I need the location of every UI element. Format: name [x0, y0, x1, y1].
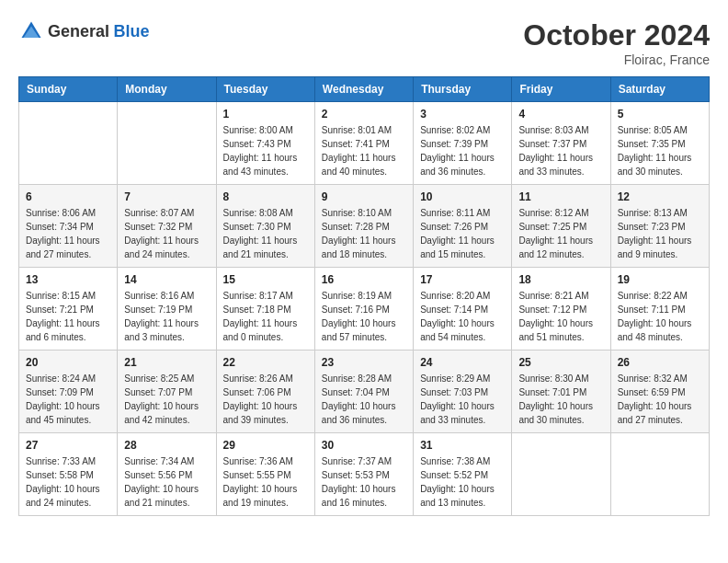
day-number: 21	[124, 356, 209, 369]
calendar-cell: 21Sunrise: 8:25 AM Sunset: 7:07 PM Dayli…	[118, 350, 216, 433]
day-info: Sunrise: 8:15 AM Sunset: 7:21 PM Dayligh…	[26, 289, 110, 344]
day-number: 18	[518, 273, 603, 286]
calendar-cell: 9Sunrise: 8:10 AM Sunset: 7:28 PM Daylig…	[314, 185, 413, 268]
day-number: 25	[518, 356, 603, 369]
calendar-header-row: SundayMondayTuesdayWednesdayThursdayFrid…	[19, 77, 710, 102]
day-info: Sunrise: 8:13 AM Sunset: 7:23 PM Dayligh…	[618, 206, 702, 261]
calendar-cell: 24Sunrise: 8:29 AM Sunset: 7:03 PM Dayli…	[414, 350, 512, 433]
day-info: Sunrise: 8:16 AM Sunset: 7:19 PM Dayligh…	[124, 289, 209, 344]
day-info: Sunrise: 8:11 AM Sunset: 7:26 PM Dayligh…	[420, 206, 505, 261]
location: Floirac, France	[523, 52, 710, 67]
calendar-cell: 3Sunrise: 8:02 AM Sunset: 7:39 PM Daylig…	[414, 102, 512, 185]
page-header: General Blue October 2024 Floirac, Franc…	[18, 18, 710, 67]
day-number: 5	[618, 108, 702, 121]
calendar-cell: 25Sunrise: 8:30 AM Sunset: 7:01 PM Dayli…	[512, 350, 610, 433]
day-info: Sunrise: 8:02 AM Sunset: 7:39 PM Dayligh…	[420, 123, 505, 178]
calendar-week-row: 13Sunrise: 8:15 AM Sunset: 7:21 PM Dayli…	[19, 268, 710, 350]
calendar-cell: 17Sunrise: 8:20 AM Sunset: 7:14 PM Dayli…	[414, 268, 512, 350]
day-info: Sunrise: 7:36 AM Sunset: 5:55 PM Dayligh…	[223, 454, 308, 510]
day-info: Sunrise: 8:26 AM Sunset: 7:06 PM Dayligh…	[223, 372, 308, 427]
day-info: Sunrise: 7:38 AM Sunset: 5:52 PM Dayligh…	[420, 454, 505, 510]
day-info: Sunrise: 8:28 AM Sunset: 7:04 PM Dayligh…	[322, 372, 406, 427]
calendar-table: SundayMondayTuesdayWednesdayThursdayFrid…	[18, 76, 710, 516]
day-info: Sunrise: 8:32 AM Sunset: 6:59 PM Dayligh…	[618, 372, 702, 427]
day-number: 30	[322, 439, 406, 452]
day-number: 3	[420, 108, 505, 121]
logo-general: General	[48, 22, 109, 40]
day-info: Sunrise: 8:17 AM Sunset: 7:18 PM Dayligh…	[223, 289, 308, 344]
calendar-cell: 8Sunrise: 8:08 AM Sunset: 7:30 PM Daylig…	[216, 185, 314, 268]
day-info: Sunrise: 8:21 AM Sunset: 7:12 PM Dayligh…	[518, 289, 603, 344]
calendar-cell: 20Sunrise: 8:24 AM Sunset: 7:09 PM Dayli…	[19, 350, 118, 433]
day-info: Sunrise: 8:30 AM Sunset: 7:01 PM Dayligh…	[518, 372, 603, 427]
calendar-cell: 7Sunrise: 8:07 AM Sunset: 7:32 PM Daylig…	[118, 185, 216, 268]
weekday-header: Monday	[118, 77, 216, 102]
calendar-cell: 23Sunrise: 8:28 AM Sunset: 7:04 PM Dayli…	[314, 350, 413, 433]
day-number: 12	[618, 190, 702, 203]
day-info: Sunrise: 8:29 AM Sunset: 7:03 PM Dayligh…	[420, 372, 505, 427]
calendar-cell: 27Sunrise: 7:33 AM Sunset: 5:58 PM Dayli…	[19, 433, 118, 516]
day-info: Sunrise: 8:07 AM Sunset: 7:32 PM Dayligh…	[124, 206, 209, 261]
day-info: Sunrise: 8:01 AM Sunset: 7:41 PM Dayligh…	[322, 123, 406, 178]
calendar-cell: 13Sunrise: 8:15 AM Sunset: 7:21 PM Dayli…	[19, 268, 118, 350]
calendar-cell: 1Sunrise: 8:00 AM Sunset: 7:43 PM Daylig…	[216, 102, 314, 185]
calendar-cell: 12Sunrise: 8:13 AM Sunset: 7:23 PM Dayli…	[610, 185, 709, 268]
day-info: Sunrise: 8:24 AM Sunset: 7:09 PM Dayligh…	[26, 372, 110, 427]
weekday-header: Saturday	[610, 77, 709, 102]
weekday-header: Sunday	[19, 77, 118, 102]
calendar-cell: 5Sunrise: 8:05 AM Sunset: 7:35 PM Daylig…	[610, 102, 709, 185]
calendar-cell: 11Sunrise: 8:12 AM Sunset: 7:25 PM Dayli…	[512, 185, 610, 268]
day-number: 26	[618, 356, 702, 369]
day-info: Sunrise: 8:00 AM Sunset: 7:43 PM Dayligh…	[223, 123, 308, 178]
day-number: 11	[518, 190, 603, 203]
month-title: October 2024	[523, 18, 710, 52]
day-number: 31	[420, 439, 505, 452]
calendar-cell: 26Sunrise: 8:32 AM Sunset: 6:59 PM Dayli…	[610, 350, 709, 433]
calendar-cell: 22Sunrise: 8:26 AM Sunset: 7:06 PM Dayli…	[216, 350, 314, 433]
calendar-cell	[19, 102, 118, 185]
day-number: 20	[26, 356, 110, 369]
day-info: Sunrise: 8:03 AM Sunset: 7:37 PM Dayligh…	[518, 123, 603, 178]
day-number: 9	[322, 190, 406, 203]
calendar-cell: 6Sunrise: 8:06 AM Sunset: 7:34 PM Daylig…	[19, 185, 118, 268]
calendar-cell: 15Sunrise: 8:17 AM Sunset: 7:18 PM Dayli…	[216, 268, 314, 350]
weekday-header: Thursday	[414, 77, 512, 102]
day-info: Sunrise: 8:22 AM Sunset: 7:11 PM Dayligh…	[618, 289, 702, 344]
title-block: October 2024 Floirac, France	[523, 18, 710, 67]
calendar-week-row: 27Sunrise: 7:33 AM Sunset: 5:58 PM Dayli…	[19, 433, 710, 516]
calendar-cell: 10Sunrise: 8:11 AM Sunset: 7:26 PM Dayli…	[414, 185, 512, 268]
day-info: Sunrise: 8:25 AM Sunset: 7:07 PM Dayligh…	[124, 372, 209, 427]
weekday-header: Friday	[512, 77, 610, 102]
calendar-cell: 14Sunrise: 8:16 AM Sunset: 7:19 PM Dayli…	[118, 268, 216, 350]
calendar-cell	[610, 433, 709, 516]
logo: General Blue	[18, 18, 150, 44]
calendar-week-row: 6Sunrise: 8:06 AM Sunset: 7:34 PM Daylig…	[19, 185, 710, 268]
calendar-cell	[118, 102, 216, 185]
day-info: Sunrise: 8:06 AM Sunset: 7:34 PM Dayligh…	[26, 206, 110, 261]
day-number: 2	[322, 108, 406, 121]
calendar-week-row: 1Sunrise: 8:00 AM Sunset: 7:43 PM Daylig…	[19, 102, 710, 185]
day-info: Sunrise: 8:20 AM Sunset: 7:14 PM Dayligh…	[420, 289, 505, 344]
weekday-header: Tuesday	[216, 77, 314, 102]
calendar-week-row: 20Sunrise: 8:24 AM Sunset: 7:09 PM Dayli…	[19, 350, 710, 433]
calendar-cell: 16Sunrise: 8:19 AM Sunset: 7:16 PM Dayli…	[314, 268, 413, 350]
calendar-cell: 4Sunrise: 8:03 AM Sunset: 7:37 PM Daylig…	[512, 102, 610, 185]
calendar-cell: 19Sunrise: 8:22 AM Sunset: 7:11 PM Dayli…	[610, 268, 709, 350]
calendar-cell: 29Sunrise: 7:36 AM Sunset: 5:55 PM Dayli…	[216, 433, 314, 516]
day-number: 15	[223, 273, 308, 286]
day-number: 7	[124, 190, 209, 203]
day-number: 24	[420, 356, 505, 369]
day-number: 8	[223, 190, 308, 203]
day-info: Sunrise: 7:37 AM Sunset: 5:53 PM Dayligh…	[322, 454, 406, 510]
day-number: 23	[322, 356, 406, 369]
day-number: 10	[420, 190, 505, 203]
day-info: Sunrise: 7:33 AM Sunset: 5:58 PM Dayligh…	[26, 454, 110, 510]
day-number: 1	[223, 108, 308, 121]
day-number: 22	[223, 356, 308, 369]
logo-text: General Blue	[48, 22, 150, 41]
day-number: 14	[124, 273, 209, 286]
calendar-cell: 18Sunrise: 8:21 AM Sunset: 7:12 PM Dayli…	[512, 268, 610, 350]
day-number: 13	[26, 273, 110, 286]
weekday-header: Wednesday	[314, 77, 413, 102]
day-info: Sunrise: 8:19 AM Sunset: 7:16 PM Dayligh…	[322, 289, 406, 344]
